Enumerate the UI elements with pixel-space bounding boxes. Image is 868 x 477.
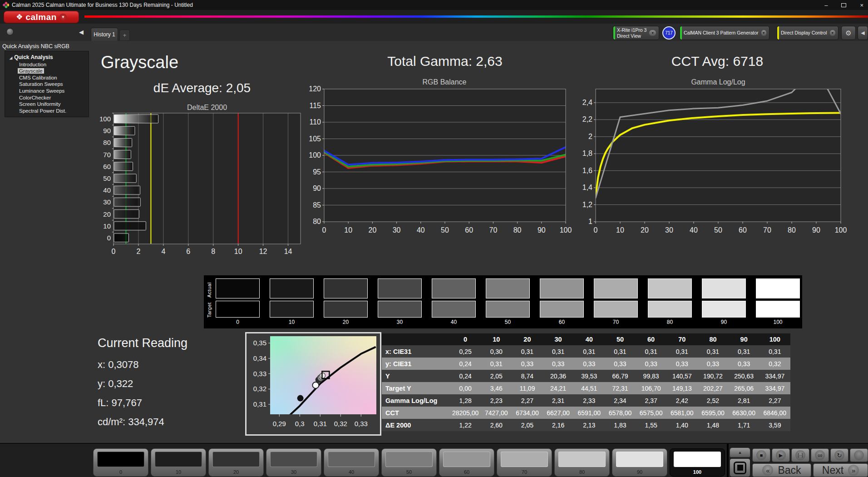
pattern-window-button[interactable]: [··] — [791, 448, 809, 462]
sidebar-item-grayscale[interactable]: Grayscale — [18, 68, 44, 74]
swatch-level-label: 70 — [594, 319, 638, 325]
record-button[interactable] — [850, 448, 868, 462]
pattern-level-button-30[interactable]: 30 — [266, 448, 321, 477]
pattern-level-button-60[interactable]: 60 — [439, 448, 494, 477]
pattern-level-button-10[interactable]: 10 — [151, 448, 206, 477]
table-cell: 6575,00 — [636, 409, 666, 417]
back-button[interactable]: « Back — [752, 463, 811, 477]
sidebar-item-screen-uniformity[interactable]: Screen Uniformity — [18, 101, 62, 107]
svg-text:50: 50 — [441, 226, 449, 234]
table-cell: 1,28 — [450, 397, 481, 404]
target-swatch-100 — [756, 301, 800, 318]
svg-text:100: 100 — [835, 226, 847, 234]
pattern-level-button-40[interactable]: 40 — [324, 448, 379, 477]
table-cell: 0,32 — [760, 360, 790, 368]
gamma-line-chart: 11,21,41,61,822,22,401020304050607080901… — [575, 84, 847, 255]
pattern-level-button-50[interactable]: 50 — [381, 448, 437, 477]
svg-text:0,32: 0,32 — [334, 420, 347, 427]
back-arrows-icon: « — [762, 465, 773, 476]
continuous-read-button[interactable]: ∞ — [811, 448, 829, 462]
pattern-level-button-100[interactable]: 100 — [670, 448, 725, 477]
svg-text:70: 70 — [489, 226, 498, 234]
sidebar-collapse-icon[interactable]: ◀ — [79, 29, 84, 35]
svg-text:115: 115 — [309, 102, 321, 109]
pattern-level-button-80[interactable]: 80 — [554, 448, 610, 477]
workspace-orb-button[interactable] — [6, 28, 14, 35]
calman-menu-button[interactable]: ❖ calman ▼ — [4, 11, 79, 23]
meter-dropdown-xrite[interactable]: X-Rite i1Pro 3 Direct View ▼ — [613, 26, 659, 40]
table-cell: 140,57 — [666, 373, 697, 380]
table-cell: 3,59 — [760, 422, 790, 429]
table-column-header: 40 — [574, 336, 605, 343]
meter-dropdown-display-control[interactable]: Direct Display Control ▼ — [777, 26, 838, 40]
next-arrows-icon: » — [848, 465, 859, 476]
svg-text:90: 90 — [538, 226, 546, 234]
svg-text:0,31: 0,31 — [253, 400, 266, 408]
svg-text:70: 70 — [103, 151, 111, 159]
svg-text:50: 50 — [103, 174, 111, 182]
sidebar-item-spectral-power-dist-[interactable]: Spectral Power Dist. — [18, 108, 68, 114]
record-circle-icon — [854, 450, 864, 460]
next-button[interactable]: Next » — [813, 463, 868, 477]
pattern-level-label: 60 — [439, 469, 494, 475]
settings-button[interactable]: ⚙ — [841, 26, 856, 40]
svg-text:20: 20 — [641, 226, 649, 234]
row-label: Y — [382, 373, 450, 380]
table-cell: 106,70 — [636, 385, 666, 392]
add-tab-button[interactable]: + — [119, 30, 130, 41]
table-row-cct: CCT28205,007427,006734,006627,006591,006… — [382, 407, 790, 419]
rgb-balance-line-chart: 8085909510010511011512001020304050607080… — [303, 84, 572, 255]
table-cell: 2,33 — [574, 397, 605, 404]
transport-stop-button[interactable]: ■ — [752, 448, 770, 462]
swatch-level-label: 50 — [486, 319, 530, 325]
sidebar-item-introduction[interactable]: Introduction — [18, 62, 48, 67]
svg-text:10: 10 — [103, 222, 111, 230]
svg-text:8: 8 — [211, 248, 215, 255]
close-icon[interactable]: × — [860, 2, 863, 9]
tree-root-quick-analysis[interactable]: ◢Quick Analysis — [10, 54, 89, 60]
strip-expand-button[interactable]: ▲ — [730, 447, 750, 457]
svg-text:0,29: 0,29 — [273, 420, 286, 427]
reading-cdm2: cd/m²: 334,974 — [98, 416, 164, 428]
svg-text:60: 60 — [103, 163, 111, 170]
pattern-level-button-0[interactable]: 0 — [93, 448, 148, 477]
chevron-down-icon: ▼ — [761, 30, 766, 36]
calman-logo-text: calman — [25, 12, 56, 22]
table-cell: 1,83 — [605, 422, 636, 429]
stop-pattern-button[interactable] — [730, 458, 750, 477]
transport-play-button[interactable]: ▶ — [772, 448, 790, 462]
pattern-chip — [155, 452, 202, 467]
table-cell: 28205,00 — [450, 409, 481, 417]
svg-text:100: 100 — [99, 115, 111, 123]
grayscale-swatch-panel: Actual Target 0102030405060708090100 — [204, 275, 802, 328]
svg-text:0,33: 0,33 — [355, 420, 368, 427]
svg-text:4: 4 — [161, 248, 165, 255]
row-label: Gamma Log/Log — [382, 397, 450, 404]
swatch-level-label: 60 — [540, 319, 584, 325]
tab-history-1[interactable]: History 1 — [91, 28, 118, 41]
meter-dropdown-pattern-generator[interactable]: CalMAN Client 3 Pattern Generator ▼ — [680, 26, 769, 40]
panel-collapse-button[interactable]: ◀ — [858, 26, 868, 40]
meter-reading-badge[interactable]: 717 — [662, 26, 676, 40]
sidebar-item-luminance-sweeps[interactable]: Luminance Sweeps — [18, 88, 66, 94]
pattern-level-button-70[interactable]: 70 — [497, 448, 552, 477]
svg-text:0,34: 0,34 — [253, 354, 266, 362]
pattern-level-button-90[interactable]: 90 — [612, 448, 667, 477]
maximize-icon[interactable] — [841, 3, 846, 7]
svg-text:50: 50 — [714, 226, 722, 234]
sidebar-item-cms-calibration[interactable]: CMS Calibration — [18, 75, 59, 80]
table-cell: 1,40 — [666, 422, 697, 429]
svg-text:85: 85 — [313, 201, 321, 209]
table-cell: 99,83 — [636, 373, 666, 380]
table-cell: 2,34 — [605, 397, 636, 404]
actual-swatch-10 — [270, 278, 314, 298]
row-label: y: CIE31 — [382, 360, 450, 368]
pattern-chip — [97, 452, 144, 467]
sidebar-item-colorchecker[interactable]: ColorChecker — [18, 95, 52, 100]
table-cell: 0,31 — [574, 348, 605, 355]
minimize-icon[interactable]: – — [824, 2, 828, 9]
bar-level-30 — [114, 198, 140, 206]
sidebar-item-saturation-sweeps[interactable]: Saturation Sweeps — [18, 81, 64, 87]
pattern-level-button-20[interactable]: 20 — [208, 448, 264, 477]
repeat-read-button[interactable]: ↻ — [830, 448, 848, 462]
